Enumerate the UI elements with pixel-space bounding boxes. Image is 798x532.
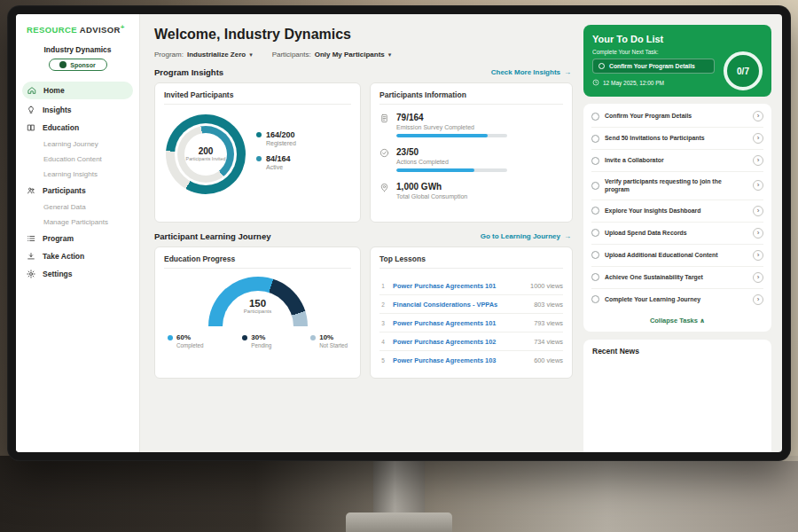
monitor-stand-neck	[373, 459, 425, 516]
gear-icon	[27, 270, 35, 278]
sidebar-item-general-data[interactable]: General Data	[16, 200, 139, 215]
lesson-link[interactable]: Power Purchase Agreements 103	[393, 356, 528, 364]
task-checkbox[interactable]	[591, 295, 599, 303]
task-checkbox[interactable]	[591, 182, 599, 190]
sidebar-item-take-action[interactable]: Take Action	[16, 247, 139, 265]
sidebar-item-learning-journey[interactable]: Learning Journey	[16, 137, 139, 152]
task-open-button[interactable]: ›	[753, 294, 763, 305]
todo-task-row[interactable]: Explore Your Insights Dashboard ›	[591, 200, 763, 223]
sidebar-item-home[interactable]: Home	[22, 82, 133, 99]
participants-filter-label: Participants:	[272, 51, 311, 59]
todo-task-row[interactable]: Complete Your Learning Journey ›	[591, 289, 763, 310]
sidebar-item-program[interactable]: Program	[16, 230, 139, 247]
survey-icon	[379, 113, 389, 123]
task-label: Verify participants requesting to join t…	[605, 177, 747, 194]
todo-task-row[interactable]: Upload Additional Educational Content ›	[591, 245, 763, 267]
due-date-label: 12 May 2025, 12:00 PM	[603, 80, 664, 86]
task-open-button[interactable]: ›	[753, 272, 763, 283]
sponsor-badge[interactable]: Sponsor	[49, 59, 107, 71]
check-more-insights-link[interactable]: Check More Insights →	[491, 68, 571, 76]
task-checkbox[interactable]	[591, 273, 599, 281]
sidebar-item-insights[interactable]: Insights	[16, 101, 139, 119]
task-checkbox[interactable]	[591, 251, 599, 259]
sidebar-item-label: Participants	[43, 186, 86, 195]
lesson-row: 4 Power Purchase Agreements 102 734 view…	[379, 332, 563, 351]
todo-task-row[interactable]: Send 50 Invitations to Participants ›	[591, 128, 763, 150]
actions-icon	[379, 148, 389, 158]
legend-item-registered: 164/200 Registered	[256, 130, 296, 146]
main-area: Welcome, Industry Dynamics Program: Indu…	[140, 14, 782, 452]
arrow-right-icon: →	[564, 68, 571, 76]
todo-task-row[interactable]: Invite a Collaborator ›	[591, 150, 763, 172]
sidebar-item-participants[interactable]: Participants	[16, 182, 139, 200]
monitor-bezel: RESOURCE ADVISOR+ Industry Dynamics Spon…	[7, 5, 791, 461]
content-column: Welcome, Industry Dynamics Program: Indu…	[154, 25, 573, 452]
org-name: Industry Dynamics	[16, 45, 139, 54]
sidebar: RESOURCE ADVISOR+ Industry Dynamics Spon…	[16, 14, 140, 452]
task-label: Invite a Collaborator	[605, 156, 747, 164]
lesson-link[interactable]: Power Purchase Agreements 101	[393, 319, 528, 327]
sidebar-item-manage-participants[interactable]: Manage Participants	[16, 215, 139, 230]
lesson-row: 2 Financial Considerations - VPPAs 803 v…	[379, 295, 563, 314]
sidebar-item-label: Program	[43, 234, 74, 243]
lesson-link[interactable]: Power Purchase Agreements 101	[393, 282, 524, 290]
task-open-button[interactable]: ›	[753, 180, 763, 191]
lesson-link[interactable]: Power Purchase Agreements 102	[393, 338, 528, 346]
todo-task-row[interactable]: Achieve One Sustainability Target ›	[591, 267, 763, 289]
card-title: Top Lessons	[379, 254, 563, 269]
lesson-rank: 3	[379, 320, 387, 326]
legend-item-pending: 30% Pending	[242, 333, 271, 348]
next-task-label: Confirm Your Program Details	[609, 63, 695, 69]
sidebar-item-settings[interactable]: Settings	[16, 265, 139, 283]
lesson-rank: 2	[379, 301, 387, 308]
task-label: Upload Additional Educational Content	[605, 251, 747, 259]
chevron-down-icon: ▾	[249, 51, 253, 59]
next-task-pill[interactable]: Confirm Your Program Details	[592, 59, 715, 74]
lesson-link[interactable]: Financial Considerations - VPPAs	[393, 301, 528, 309]
sponsor-label: Sponsor	[70, 62, 95, 68]
sidebar-item-learning-insights[interactable]: Learning Insights	[16, 167, 139, 182]
todo-task-row[interactable]: Confirm Your Program Details ›	[591, 106, 763, 128]
todo-task-row[interactable]: Verify participants requesting to join t…	[591, 172, 763, 200]
legend-label: Completed	[176, 342, 203, 348]
task-open-button[interactable]: ›	[753, 228, 763, 239]
go-to-learning-journey-link[interactable]: Go to Learning Journey →	[481, 232, 571, 240]
sidebar-item-education-content[interactable]: Education Content	[16, 152, 139, 167]
legend-dot	[256, 132, 262, 137]
gauge-label: Participants	[208, 309, 308, 314]
task-open-button[interactable]: ›	[753, 206, 763, 216]
todo-task-row[interactable]: Upload Spend Data Records ›	[591, 223, 763, 245]
sidebar-item-education[interactable]: Education	[16, 119, 139, 137]
lesson-rank: 5	[379, 357, 387, 364]
caret-up-icon: ∧	[700, 317, 705, 325]
section-title: Program Insights	[154, 67, 223, 77]
lesson-rank: 4	[379, 339, 387, 345]
participants-filter[interactable]: Participants: Only My Participants ▾	[272, 51, 392, 59]
task-label: Send 50 Invitations to Participants	[605, 134, 747, 142]
stat-value: 23/50	[396, 147, 507, 157]
collapse-tasks-link[interactable]: Collapse Tasks ∧	[591, 310, 763, 328]
invited-center-value: 200	[199, 146, 214, 156]
task-open-button[interactable]: ›	[753, 111, 763, 121]
task-checkbox[interactable]	[591, 229, 599, 237]
task-checkbox[interactable]	[591, 113, 599, 121]
task-checkbox[interactable]	[591, 135, 599, 143]
task-checkbox[interactable]	[591, 157, 599, 165]
people-icon	[27, 186, 35, 195]
education-progress-card: Education Progress 150 Participants	[154, 246, 361, 379]
task-open-button[interactable]: ›	[753, 250, 763, 261]
stat-value: 79/164	[396, 113, 507, 122]
task-open-button[interactable]: ›	[753, 155, 763, 166]
monitor-stand-base	[346, 512, 452, 532]
task-open-button[interactable]: ›	[753, 133, 763, 144]
sidebar-item-label: Education	[43, 123, 79, 132]
task-label: Confirm Your Program Details	[605, 112, 747, 120]
task-checkbox[interactable]	[598, 63, 605, 69]
legend-value: 164/200	[266, 130, 296, 139]
legend-dot	[168, 335, 173, 340]
task-checkbox[interactable]	[591, 207, 599, 215]
program-filter-label: Program:	[154, 51, 184, 59]
legend-label: Registered	[266, 140, 296, 146]
program-filter[interactable]: Program: Industrialize Zero ▾	[154, 51, 253, 59]
clock-icon	[592, 79, 599, 86]
